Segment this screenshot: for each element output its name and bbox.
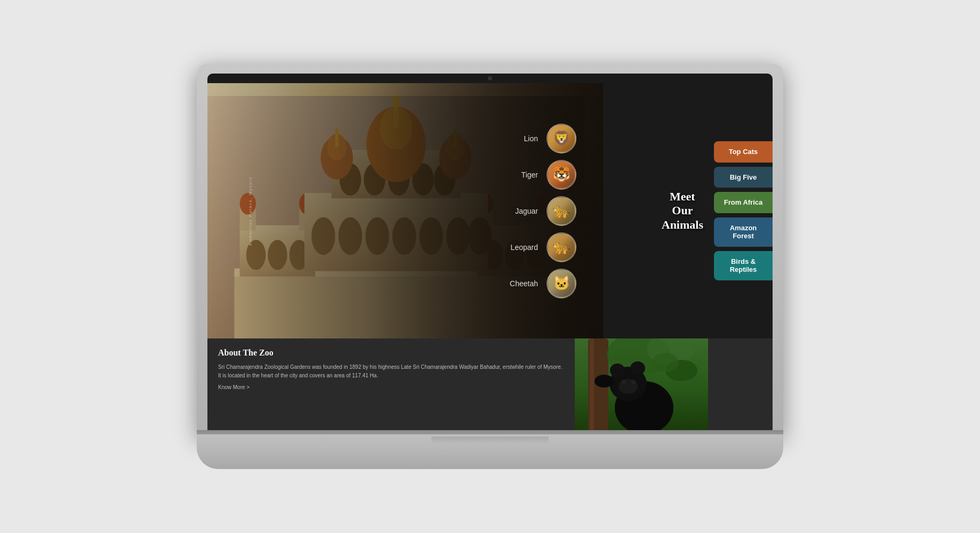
- hero-section: Ambavilas Palace, Mysuru Lion: [207, 83, 773, 338]
- animals-section: Lion 🦁 Tiger: [490, 83, 773, 338]
- animal-name-lion: Lion: [506, 134, 538, 143]
- jaguar-emoji: 🐆: [553, 203, 570, 219]
- about-title: About The Zoo: [218, 348, 564, 358]
- meet-title-block: MeetOurAnimals: [651, 190, 714, 232]
- animal-item-tiger: Tiger 🐯: [506, 160, 651, 190]
- svg-rect-46: [590, 338, 594, 432]
- about-section: About The Zoo Sri Chamarajendra Zoologic…: [207, 338, 575, 432]
- jaguar-face-detail: 🐆: [548, 198, 575, 224]
- animal-circle-cheetah[interactable]: 🐱: [547, 269, 576, 298]
- laptop-mockup: Ambavilas Palace, Mysuru Lion: [197, 64, 783, 469]
- laptop-base: [197, 434, 783, 469]
- svg-point-54: [622, 380, 626, 384]
- screen-bezel: Ambavilas Palace, Mysuru Lion: [207, 74, 773, 432]
- svg-point-58: [652, 353, 679, 372]
- svg-point-55: [631, 380, 636, 384]
- top-cats-button[interactable]: Top Cats: [714, 141, 773, 163]
- laptop-hinge: [197, 430, 783, 434]
- animals-list: Lion 🦁 Tiger: [490, 124, 651, 298]
- svg-point-51: [610, 364, 625, 377]
- svg-point-56: [595, 375, 614, 387]
- animal-circle-jaguar[interactable]: 🐆: [547, 196, 576, 226]
- screen-content: Ambavilas Palace, Mysuru Lion: [207, 83, 773, 432]
- birds-reptiles-button[interactable]: Birds & Reptiles: [714, 251, 773, 280]
- cheetah-face-detail: 🐱: [548, 270, 575, 297]
- animal-name-leopard: Leopard: [506, 243, 538, 252]
- animal-item-leopard: Leopard 🐆: [506, 232, 651, 262]
- animal-circle-tiger[interactable]: 🐯: [547, 160, 576, 190]
- animal-name-tiger: Tiger: [506, 171, 538, 179]
- leopard-emoji: 🐆: [553, 239, 570, 255]
- from-africa-button[interactable]: From Africa: [714, 192, 773, 213]
- category-buttons: Top Cats Big Five From Africa Amazon For…: [714, 141, 773, 280]
- amazon-forest-button[interactable]: Amazon Forest: [714, 217, 773, 247]
- bottom-section: About The Zoo Sri Chamarajendra Zoologic…: [207, 338, 773, 432]
- big-five-button[interactable]: Big Five: [714, 167, 773, 188]
- leopard-face-detail: 🐆: [548, 234, 575, 261]
- animal-circle-leopard[interactable]: 🐆: [547, 232, 576, 262]
- lion-face-detail: 🦁: [548, 125, 575, 152]
- animal-circle-lion[interactable]: 🦁: [547, 124, 576, 154]
- know-more-link[interactable]: Know More >: [218, 384, 564, 390]
- website: Ambavilas Palace, Mysuru Lion: [207, 83, 773, 432]
- cheetah-emoji: 🐱: [553, 275, 570, 292]
- trackpad-notch: [431, 437, 549, 444]
- animal-item-cheetah: Cheetah 🐱: [506, 269, 651, 298]
- tiger-face-detail: 🐯: [548, 161, 575, 188]
- animal-item-lion: Lion 🦁: [506, 124, 651, 154]
- animal-name-jaguar: Jaguar: [506, 207, 538, 215]
- meet-title-text: MeetOurAnimals: [662, 190, 703, 232]
- about-body-text: Sri Chamarajendra Zoological Gardens was…: [218, 363, 564, 380]
- camera-dot: [488, 76, 492, 80]
- svg-point-52: [630, 361, 645, 375]
- animal-item-jaguar: Jaguar 🐆: [506, 196, 651, 226]
- laptop-screen-body: Ambavilas Palace, Mysuru Lion: [197, 64, 783, 437]
- tiger-emoji: 🐯: [553, 166, 570, 183]
- bear-image: [575, 338, 708, 432]
- animal-name-cheetah: Cheetah: [506, 279, 538, 288]
- lion-emoji: 🦁: [553, 130, 570, 147]
